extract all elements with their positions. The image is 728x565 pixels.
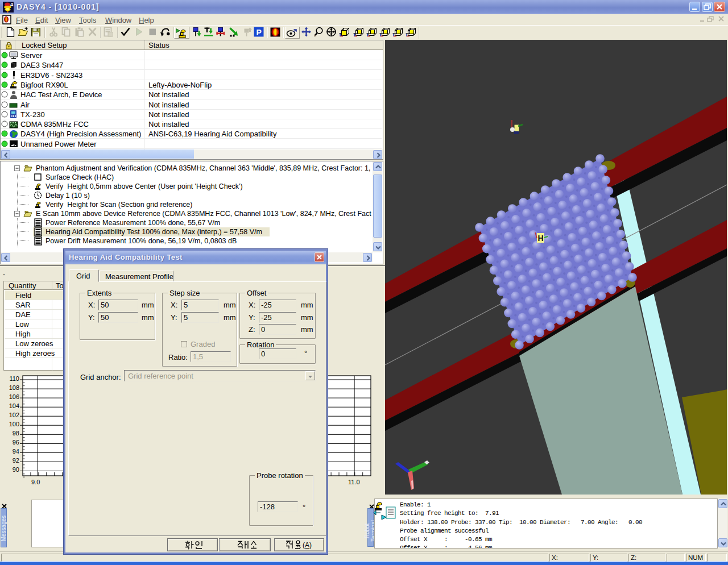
svg-text:P: P <box>257 28 262 37</box>
svg-text:(A): (A) <box>303 541 312 549</box>
svg-text:H: H <box>538 234 544 243</box>
svg-text:4: 4 <box>10 2 13 7</box>
